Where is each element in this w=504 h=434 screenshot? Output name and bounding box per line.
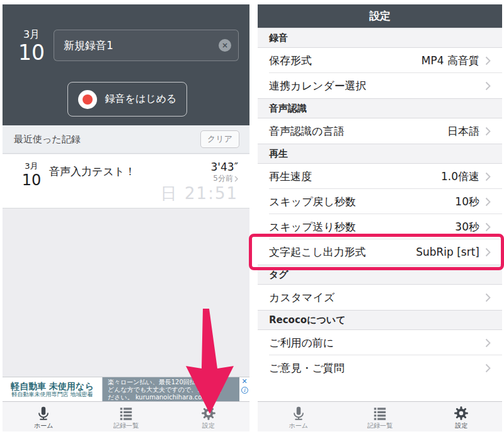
settings-row[interactable]: 連携カレンダー選択 xyxy=(258,73,502,98)
recording-title-input[interactable] xyxy=(54,30,239,61)
recent-item-title: 音声入力テスト！ xyxy=(49,164,135,208)
settings-section-label: タグ xyxy=(269,269,289,281)
microphone-icon xyxy=(35,405,52,421)
record-date-month: 3月 xyxy=(18,28,45,41)
settings-title-bar: 設定 xyxy=(258,4,502,28)
settings-row-label: 保存形式 xyxy=(269,54,312,68)
tab-records[interactable]: 記録一覧 xyxy=(85,402,168,431)
settings-title: 設定 xyxy=(369,9,391,23)
chevron-right-icon xyxy=(485,222,491,232)
recent-records-title: 最近使った記録 xyxy=(14,134,81,146)
chevron-right-icon xyxy=(485,172,491,181)
record-date: 3月 10 xyxy=(18,28,45,65)
recent-records-bar: 最近使った記録 クリア xyxy=(3,125,249,154)
tab-settings[interactable]: 設定 xyxy=(167,402,249,431)
tab-settings[interactable]: 設定 xyxy=(421,402,502,431)
settings-row-value: 1.0倍速 xyxy=(441,169,479,184)
settings-row-value: 30秒 xyxy=(455,220,479,234)
settings-row[interactable]: ご意見・ご質問 xyxy=(258,355,502,380)
settings-list: 録音保存形式MP4 高音質連携カレンダー選択音声認識音声認識の言語日本語再生再生… xyxy=(258,28,502,401)
record-icon xyxy=(78,90,97,109)
tab-label: 設定 xyxy=(455,422,467,429)
settings-row-label: ご利用の前に xyxy=(269,336,334,350)
recording-title-field-wrap: × xyxy=(54,30,239,61)
recorder-home-screen: 3月 10 × 録音をはじめる 最近使った記録 クリア 3月 10 音声入力テス… xyxy=(3,4,249,431)
settings-row[interactable]: スキップ送り秒数30秒 xyxy=(258,214,502,239)
settings-section-header: Recocoについて xyxy=(258,310,502,330)
chevron-right-icon xyxy=(485,293,491,302)
settings-row-label: スキップ送り秒数 xyxy=(269,220,356,234)
settings-section-label: Recocoについて xyxy=(269,314,346,326)
row-divider xyxy=(269,355,502,355)
settings-row-value: 日本語 xyxy=(447,124,479,139)
settings-row[interactable]: 再生速度1.0倍速 xyxy=(258,164,502,189)
settings-row[interactable]: 音声認識の言語日本語 xyxy=(258,118,502,144)
record-date-day: 10 xyxy=(18,41,45,65)
row-divider xyxy=(269,188,502,189)
chevron-right-icon xyxy=(485,338,491,348)
row-divider xyxy=(269,72,502,73)
ad-body-text: 楽々ローン払い、最長120回払い！ どんな方でも大丈夫ですので、ご相談く ださい… xyxy=(102,377,239,401)
gear-icon xyxy=(453,405,469,421)
settings-section-header: タグ xyxy=(258,265,502,285)
settings-row-label: 音声認識の言語 xyxy=(269,124,344,139)
ad-headline-block: 軽自動車 未使用なら 軽自動車未使用専門店 地域密着 xyxy=(3,377,102,401)
tab-label: 記録一覧 xyxy=(113,422,139,429)
list-icon xyxy=(118,405,134,421)
settings-row[interactable]: ご利用の前に xyxy=(258,330,502,355)
settings-row-label: 文字起こし出力形式 xyxy=(269,245,366,260)
chevron-right-icon xyxy=(485,81,491,91)
ad-body-line1: 楽々ローン払い、最長120回払い！ xyxy=(108,379,238,386)
tab-records[interactable]: 記録一覧 xyxy=(339,402,420,431)
settings-row[interactable]: カスタマイズ xyxy=(258,285,502,310)
chevron-right-icon xyxy=(485,127,491,136)
recent-item-duration: 3'43″ xyxy=(161,161,238,173)
settings-section-label: 再生 xyxy=(269,148,288,160)
tab-home[interactable]: ホーム xyxy=(3,402,85,431)
recent-item-ago-text: 5分前 xyxy=(213,173,233,184)
settings-section-label: 音声認識 xyxy=(269,103,307,115)
ad-close-icon[interactable]: ✕ xyxy=(241,378,247,385)
ad-subline: 軽自動車未使用専門店 地域密着 xyxy=(12,391,93,398)
settings-row[interactable]: 保存形式MP4 高音質 xyxy=(258,48,502,73)
start-recording-button[interactable]: 録音をはじめる xyxy=(67,82,187,117)
settings-row[interactable]: 文字起こし出力形式SubRip [srt] xyxy=(258,239,502,265)
settings-section-header: 録音 xyxy=(258,28,502,48)
chevron-right-icon xyxy=(485,363,491,373)
tab-label: ホーム xyxy=(289,422,307,429)
settings-row-label: 連携カレンダー選択 xyxy=(269,79,367,93)
ad-banner[interactable]: 軽自動車 未使用なら 軽自動車未使用専門店 地域密着 楽々ローン払い、最長120… xyxy=(3,377,249,401)
ad-body-line3: ださい。 kurumanoichihara.com xyxy=(108,394,238,401)
settings-section-label: 録音 xyxy=(269,32,288,44)
row-divider xyxy=(269,214,502,214)
row-divider xyxy=(269,239,502,239)
settings-row[interactable]: スキップ戻し秒数10秒 xyxy=(258,189,502,214)
settings-row-label: スキップ戻し秒数 xyxy=(269,195,356,209)
recorder-header: 3月 10 × 録音をはじめる xyxy=(3,4,249,125)
recent-item-date: 3月 10 xyxy=(19,161,44,208)
screenshot-root: 3月 10 × 録音をはじめる 最近使った記録 クリア 3月 10 音声入力テス… xyxy=(0,0,504,434)
tabbar-right: ホーム記録一覧設定 xyxy=(258,401,502,431)
settings-row-value: MP4 高音質 xyxy=(421,54,479,68)
chevron-right-icon xyxy=(485,56,491,66)
start-recording-label: 録音をはじめる xyxy=(105,93,177,106)
tab-label: ホーム xyxy=(34,422,53,429)
recent-item-clock-watermark: 日 21:51 xyxy=(161,184,238,203)
settings-row-label: カスタマイズ xyxy=(269,290,335,305)
settings-row-label: 再生速度 xyxy=(269,169,312,184)
clear-text-icon[interactable]: × xyxy=(219,39,231,52)
chevron-right-icon xyxy=(485,248,491,257)
recent-record-item[interactable]: 3月 10 音声入力テスト！ 3'43″ 5分前 日 21:51 xyxy=(3,154,249,208)
chevron-right-icon xyxy=(234,176,238,182)
settings-screen: 設定 録音保存形式MP4 高音質連携カレンダー選択音声認識音声認識の言語日本語再… xyxy=(258,4,502,431)
tab-home[interactable]: ホーム xyxy=(258,402,339,431)
tabbar-left: ホーム記録一覧設定 xyxy=(3,401,249,431)
clear-recent-button[interactable]: クリア xyxy=(200,130,239,148)
ad-headline: 軽自動車 未使用なら xyxy=(11,381,94,391)
settings-row-label: ご意見・ご質問 xyxy=(269,361,345,375)
ad-info-icon[interactable]: i xyxy=(241,387,248,394)
recent-item-ago: 5分前 xyxy=(161,173,238,184)
tab-label: 設定 xyxy=(202,422,215,429)
settings-section-header: 再生 xyxy=(258,144,502,164)
microphone-icon xyxy=(290,405,307,421)
